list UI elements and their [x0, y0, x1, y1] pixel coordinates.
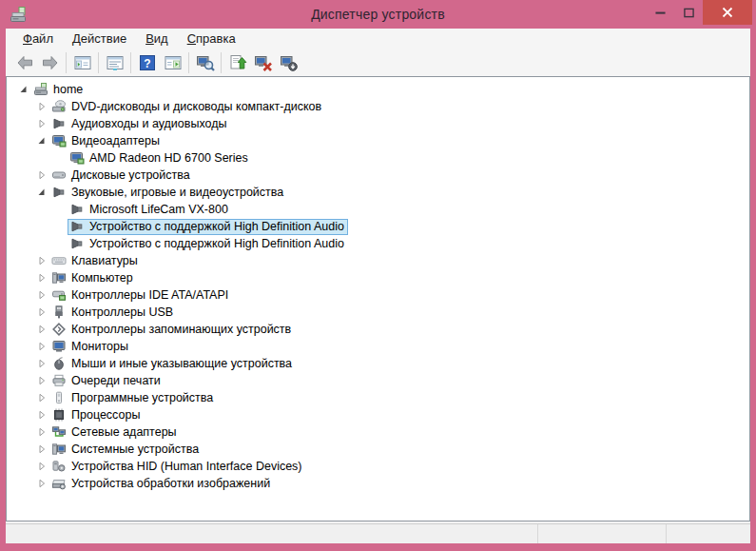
menu-file[interactable]: Файл: [13, 30, 63, 49]
tree-item[interactable]: Мониторы: [49, 339, 132, 355]
speaker-icon: [51, 185, 67, 200]
tree-item[interactable]: Видеоадаптеры: [49, 133, 164, 149]
maximize-button[interactable]: [674, 0, 703, 25]
tree-item-label: Звуковые, игровые и видеоустройства: [71, 186, 283, 199]
expander-collapsed-icon[interactable]: [34, 407, 49, 423]
expander-collapsed-icon[interactable]: [34, 116, 49, 131]
maximize-icon: [684, 8, 694, 18]
expander-collapsed-icon[interactable]: [34, 424, 49, 440]
tree-item-label: Видеоадаптеры: [71, 134, 160, 148]
help-button[interactable]: ?: [134, 51, 160, 75]
expander-collapsed-icon[interactable]: [34, 305, 49, 320]
tree-item[interactable]: Устройство с поддержкой High Definition …: [68, 236, 348, 252]
uninstall-device-button[interactable]: [250, 51, 276, 75]
expander-collapsed-icon[interactable]: [34, 459, 49, 474]
tree-item-label: Устройство с поддержкой High Definition …: [89, 220, 344, 233]
system-device-icon: [51, 442, 67, 457]
tree-item[interactable]: Системные устройства: [49, 442, 203, 458]
tree-item[interactable]: Программные устройства: [49, 390, 217, 406]
forward-button[interactable]: [37, 51, 63, 75]
tree-item[interactable]: Мыши и иные указывающие устройства: [49, 356, 296, 372]
tree-row: Компьютер: [7, 269, 749, 286]
storage-controller-icon: [51, 322, 67, 337]
expander-expanded-icon[interactable]: [16, 82, 31, 97]
update-driver-icon: [228, 53, 247, 72]
expander-collapsed-icon[interactable]: [34, 442, 49, 457]
tree-item[interactable]: AMD Radeon HD 6700 Series: [68, 150, 252, 167]
expander-expanded-icon[interactable]: [34, 133, 49, 148]
expander-collapsed-icon[interactable]: [34, 253, 49, 268]
tree-row: Контроллеры запоминающих устройств: [7, 321, 749, 338]
menu-help[interactable]: Справка: [178, 30, 245, 49]
tree-row: home: [7, 81, 749, 98]
expander-spacer: [52, 150, 68, 166]
expander-collapsed-icon[interactable]: [34, 322, 49, 337]
tree-item[interactable]: Аудиовходы и аудиовыходы: [49, 116, 230, 132]
minimize-button[interactable]: [646, 0, 674, 25]
expander-collapsed-icon[interactable]: [34, 270, 49, 285]
tree-item-label: Контроллеры запоминающих устройств: [71, 323, 291, 336]
back-button[interactable]: [11, 51, 37, 75]
tree-item[interactable]: DVD-дисководы и дисководы компакт-дисков: [49, 99, 325, 115]
expander-expanded-icon[interactable]: [34, 185, 49, 200]
tree-item[interactable]: Клавиатуры: [49, 253, 142, 269]
tree-item-label: Компьютер: [71, 271, 133, 285]
tree-item-label: home: [53, 83, 83, 96]
toolbar-separator: [221, 52, 222, 73]
action-pane-button[interactable]: [160, 51, 185, 75]
tree-item[interactable]: Дисковые устройства: [49, 167, 194, 184]
menu-view[interactable]: Вид: [136, 30, 178, 49]
tree-item[interactable]: Устройство с поддержкой High Definition …: [68, 219, 348, 235]
tree-item[interactable]: Устройства обработки изображений: [49, 476, 274, 492]
hid-device-icon: [51, 459, 67, 474]
device-tree[interactable]: homeDVD-дисководы и дисководы компакт-ди…: [6, 76, 750, 521]
expander-collapsed-icon[interactable]: [34, 373, 49, 388]
mouse-icon: [51, 356, 67, 371]
tree-item-label: Очереди печати: [71, 374, 161, 387]
tree-item[interactable]: Устройства HID (Human Interface Devices): [49, 459, 306, 475]
tree-item[interactable]: Контроллеры запоминающих устройств: [49, 322, 295, 338]
expander-spacer: [52, 202, 68, 217]
display-adapter-icon: [51, 133, 67, 148]
status-pane: [6, 524, 537, 543]
tree-item[interactable]: Контроллеры USB: [49, 305, 177, 321]
tree-item[interactable]: Процессоры: [49, 407, 144, 423]
status-pane: [666, 524, 750, 543]
expander-collapsed-icon[interactable]: [34, 390, 49, 405]
disable-device-button[interactable]: [276, 51, 301, 75]
scan-hardware-changes-button[interactable]: [192, 51, 218, 75]
tree-item[interactable]: Microsoft LifeCam VX-800: [68, 202, 232, 218]
tree-item-label: Клавиатуры: [71, 254, 138, 267]
tree-item[interactable]: Очереди печати: [49, 373, 165, 389]
toolbar-separator: [66, 52, 67, 73]
expander-collapsed-icon[interactable]: [34, 356, 49, 371]
close-button[interactable]: [703, 0, 752, 25]
expander-collapsed-icon[interactable]: [34, 99, 49, 114]
expander-spacer: [52, 219, 68, 234]
tree-item[interactable]: Звуковые, игровые и видеоустройства: [49, 185, 287, 201]
menu-action[interactable]: Действие: [63, 30, 136, 49]
tree-item-label: DVD-дисководы и дисководы компакт-дисков: [71, 100, 321, 113]
window-title: Диспетчер устройств: [0, 7, 756, 22]
expander-collapsed-icon[interactable]: [34, 167, 49, 183]
menubar: ФайлДействиеВидСправка: [6, 29, 750, 49]
expander-collapsed-icon[interactable]: [34, 339, 49, 354]
tree-item[interactable]: Контроллеры IDE ATA/ATAPI: [49, 287, 232, 304]
console-tree-icon: [73, 53, 92, 72]
tree-item[interactable]: Сетевые адаптеры: [49, 424, 181, 441]
update-driver-button[interactable]: [224, 51, 250, 75]
tree-item[interactable]: home: [31, 82, 87, 98]
console-tree-button[interactable]: [69, 51, 95, 75]
tree-item-label: Microsoft LifeCam VX-800: [89, 203, 228, 216]
expander-collapsed-icon[interactable]: [34, 476, 49, 491]
disable-device-icon: [280, 53, 299, 72]
tree-row: Аудиовходы и аудиовыходы: [7, 115, 749, 132]
properties-button[interactable]: [102, 51, 127, 75]
tree-item[interactable]: Компьютер: [49, 270, 137, 286]
tree-row: Очереди печати: [7, 372, 749, 389]
titlebar[interactable]: Диспетчер устройств: [0, 0, 756, 29]
expander-collapsed-icon[interactable]: [34, 287, 49, 303]
forward-icon: [40, 53, 61, 72]
tree-row: Сетевые адаптеры: [7, 423, 749, 441]
tree-item-label: Программные устройства: [71, 391, 213, 404]
